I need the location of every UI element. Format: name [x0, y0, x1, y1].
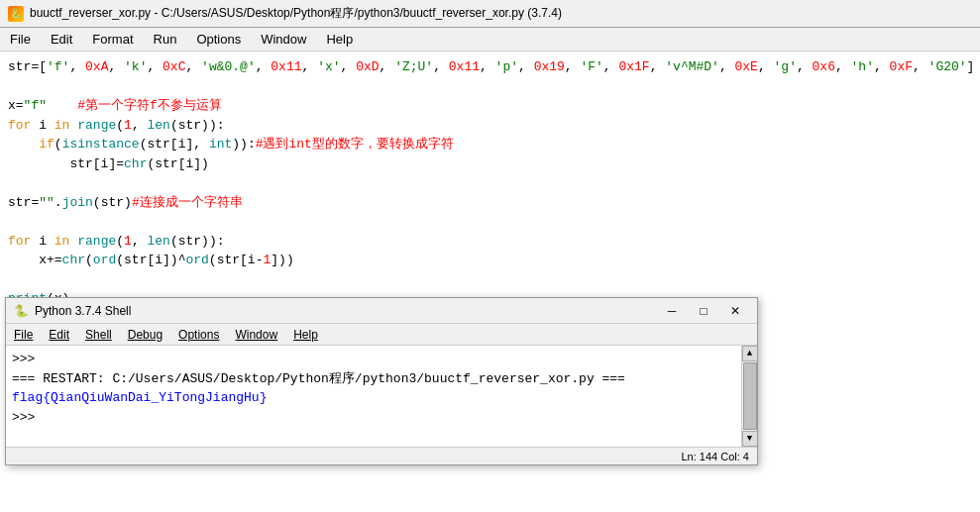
main-title-bar: 🐍 buuctf_reverser_xor.py - C:/Users/ASUS… — [0, 0, 980, 28]
scroll-thumb[interactable] — [743, 362, 757, 430]
menu-help[interactable]: Help — [316, 30, 363, 49]
shell-minimize-button[interactable]: ─ — [658, 301, 686, 321]
menu-options[interactable]: Options — [186, 30, 251, 49]
code-line-blank2 — [8, 173, 972, 193]
shell-menu-file[interactable]: File — [6, 327, 41, 343]
app-icon: 🐍 — [8, 6, 24, 22]
shell-prompt1: >>> — [12, 350, 735, 369]
shell-menu-window[interactable]: Window — [227, 327, 285, 343]
shell-flag-line: flag{QianQiuWanDai_YiTongJiangHu} — [12, 388, 735, 408]
shell-status-text: Ln: 144 Col: 4 — [682, 451, 750, 462]
shell-prompt2: >>> — [12, 408, 735, 428]
shell-text[interactable]: >>> === RESTART: C:/Users/ASUS/Desktop/P… — [6, 346, 741, 447]
shell-app-icon: 🐍 — [14, 304, 29, 318]
main-menu-bar: File Edit Format Run Options Window Help — [0, 28, 980, 51]
menu-run[interactable]: Run — [144, 30, 187, 49]
shell-menu-help[interactable]: Help — [285, 327, 326, 343]
shell-menu-bar: File Edit Shell Debug Options Window Hel… — [6, 324, 757, 346]
code-line-blank3 — [8, 212, 972, 232]
shell-scrollbar[interactable]: ▲ ▼ — [741, 346, 757, 447]
shell-status-bar: Ln: 144 Col: 4 — [6, 447, 757, 464]
scroll-down-arrow[interactable]: ▼ — [742, 431, 758, 447]
menu-edit[interactable]: Edit — [41, 30, 82, 49]
code-line-join: str="".join(str)#连接成一个字符串 — [8, 193, 972, 213]
shell-title-left: 🐍 Python 3.7.4 Shell — [14, 304, 131, 318]
shell-menu-edit[interactable]: Edit — [41, 327, 77, 343]
shell-close-button[interactable]: ✕ — [721, 301, 749, 321]
code-line-x: x="f" #第一个字符f不参与运算 — [8, 96, 972, 116]
shell-content: >>> === RESTART: C:/Users/ASUS/Desktop/P… — [6, 346, 757, 447]
shell-menu-options[interactable]: Options — [170, 327, 227, 343]
code-line-blank4 — [8, 270, 972, 290]
code-line-for2: for i in range(1, len(str)): — [8, 232, 972, 252]
shell-window-title: Python 3.7.4 Shell — [35, 304, 131, 318]
code-line-chr: str[i]=chr(str[i]) — [8, 154, 972, 174]
shell-menu-shell[interactable]: Shell — [77, 327, 120, 343]
menu-format[interactable]: Format — [82, 30, 143, 49]
shell-title-controls: ─ □ ✕ — [658, 301, 749, 321]
code-line-xor: x+=chr(ord(str[i])^ord(str[i-1])) — [8, 251, 972, 270]
shell-title-bar: 🐍 Python 3.7.4 Shell ─ □ ✕ — [6, 298, 757, 324]
scroll-up-arrow[interactable]: ▲ — [742, 346, 758, 361]
code-line-if: if(isinstance(str[i], int)):#遇到int型的数字，要… — [8, 135, 972, 154]
code-line-blank1 — [8, 77, 972, 97]
main-window-title: buuctf_reverser_xor.py - C:/Users/ASUS/D… — [30, 5, 562, 22]
shell-menu-debug[interactable]: Debug — [120, 327, 170, 343]
shell-maximize-button[interactable]: □ — [690, 301, 717, 321]
shell-restart-line: === RESTART: C:/Users/ASUS/Desktop/Pytho… — [12, 369, 735, 389]
menu-window[interactable]: Window — [251, 30, 316, 49]
shell-window: 🐍 Python 3.7.4 Shell ─ □ ✕ File Edit She… — [5, 297, 758, 465]
menu-file[interactable]: File — [0, 30, 41, 49]
code-line-1: str=['f', 0xA, 'k', 0xC, 'w&0.@', 0x11, … — [8, 57, 972, 77]
code-line-for1: for i in range(1, len(str)): — [8, 116, 972, 136]
